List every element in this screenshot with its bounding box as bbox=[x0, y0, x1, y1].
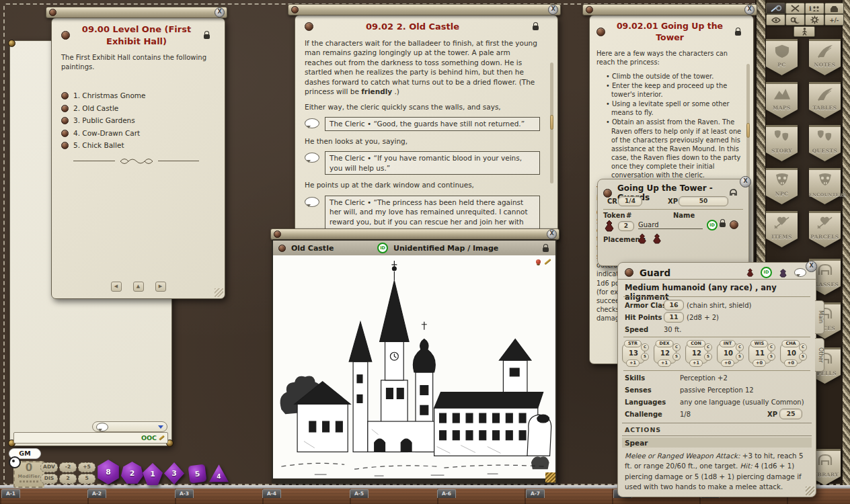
close-icon[interactable]: X bbox=[547, 229, 557, 239]
adv-button[interactable]: ADV bbox=[40, 462, 58, 472]
knob-icon[interactable] bbox=[305, 22, 313, 31]
knob-icon[interactable] bbox=[278, 245, 286, 252]
lock-icon[interactable] bbox=[203, 30, 211, 40]
hp-field[interactable]: 11 bbox=[664, 312, 684, 323]
knob-icon[interactable] bbox=[49, 9, 56, 16]
sidebar-item-story[interactable]: STORY bbox=[766, 125, 798, 161]
minus2-button[interactable]: -2 bbox=[59, 462, 77, 472]
story-link[interactable]: 1. Christmas Gnome bbox=[61, 91, 211, 100]
scrollbar[interactable] bbox=[746, 64, 750, 188]
chat-input[interactable]: OOC bbox=[13, 432, 168, 444]
knob-icon[interactable] bbox=[603, 189, 612, 198]
save-button[interactable]: S bbox=[672, 353, 681, 361]
placement-token-icon[interactable] bbox=[637, 233, 648, 244]
story2-titlebar[interactable]: X bbox=[288, 4, 561, 15]
knob-icon[interactable] bbox=[586, 6, 593, 13]
d6-die[interactable]: 5 bbox=[188, 464, 207, 484]
npc-window-guard[interactable]: X Guard ID Medium humanoid (any race) , … bbox=[617, 262, 816, 497]
guard-token-icon[interactable] bbox=[603, 220, 615, 232]
hotkey-slot[interactable]: A-4 bbox=[262, 489, 281, 498]
dis-button[interactable]: DIS bbox=[40, 474, 58, 484]
chat-channel-dropdown[interactable] bbox=[92, 421, 167, 432]
close-icon[interactable]: X bbox=[215, 7, 225, 17]
story-link[interactable]: 5. Chick Ballet bbox=[61, 140, 211, 150]
pin-tool-icon[interactable] bbox=[536, 259, 541, 264]
story3-titlebar[interactable]: X bbox=[582, 4, 757, 15]
d10-die[interactable]: 1 bbox=[143, 463, 163, 485]
lock-icon[interactable] bbox=[532, 22, 540, 32]
targeting-icon[interactable] bbox=[9, 456, 21, 468]
check-button[interactable]: C bbox=[672, 343, 681, 351]
cr-field[interactable]: 1/4 bbox=[618, 196, 642, 206]
vision-button[interactable] bbox=[766, 14, 785, 26]
combat-button[interactable] bbox=[785, 3, 805, 14]
sidebar-item-par cels[interactable]: PARCELS bbox=[809, 211, 841, 247]
xp-field[interactable]: 50 bbox=[679, 196, 728, 206]
plus5-button[interactable]: +5 bbox=[78, 462, 95, 472]
stat-dex[interactable]: DEX12+1 CS bbox=[654, 341, 681, 366]
save-button[interactable]: S bbox=[641, 353, 649, 361]
check-button[interactable]: C bbox=[641, 343, 649, 351]
image-header[interactable]: Old Castle ID Unidentified Map / Image bbox=[273, 241, 555, 255]
party-info-button[interactable]: i bbox=[805, 3, 824, 14]
ac-field[interactable]: 16 bbox=[664, 300, 684, 310]
image-canvas[interactable] bbox=[273, 255, 555, 478]
hotkey-slot[interactable]: A-5 bbox=[350, 489, 369, 498]
character-mode-button[interactable] bbox=[794, 26, 815, 37]
hotkey-slot[interactable]: A-7 bbox=[526, 489, 545, 498]
sidebar-item-pc[interactable]: PC bbox=[766, 39, 798, 75]
chat-bubble-icon[interactable] bbox=[794, 268, 806, 277]
story-link[interactable]: 4. Cow-Drawn Cart bbox=[61, 128, 211, 138]
sidebar-item-encounters[interactable]: ENCOUNTERS bbox=[809, 168, 841, 204]
lighting-button[interactable] bbox=[785, 14, 805, 26]
d12-die[interactable]: 2 bbox=[121, 462, 143, 485]
sidebar-item-npc[interactable]: NPC bbox=[766, 168, 798, 204]
pointer-mode-button[interactable] bbox=[766, 3, 785, 14]
sidebar-item-notes[interactable]: NOTES bbox=[809, 39, 841, 75]
tab-main[interactable]: Main bbox=[815, 300, 824, 334]
sidebar-item-tables[interactable]: TABLES bbox=[809, 82, 841, 118]
check-button[interactable]: C bbox=[767, 343, 775, 351]
settings-button[interactable] bbox=[805, 14, 824, 26]
resize-handle[interactable] bbox=[215, 288, 223, 297]
resize-handle[interactable] bbox=[545, 472, 555, 482]
modifiers-button[interactable]: +/- bbox=[824, 14, 844, 26]
knob-icon[interactable] bbox=[625, 268, 633, 277]
encounter-window[interactable]: X Going Up the Tower - Guards CR 1/4 XP … bbox=[597, 179, 749, 266]
id-badge[interactable]: ID bbox=[761, 267, 772, 278]
nav-next-button[interactable]: ▶ bbox=[155, 282, 166, 292]
hotkey-slot[interactable]: A-6 bbox=[437, 489, 456, 498]
knob-icon[interactable] bbox=[596, 28, 605, 36]
lock-icon[interactable] bbox=[542, 243, 550, 253]
sidebar-item-quests[interactable]: QUESTS bbox=[809, 125, 841, 161]
check-button[interactable]: C bbox=[736, 343, 744, 351]
token-mini-icon[interactable] bbox=[746, 268, 755, 277]
npc-count-field[interactable]: 2 bbox=[618, 221, 634, 231]
id-badge[interactable]: ID bbox=[707, 220, 718, 230]
placement-token-icon[interactable] bbox=[652, 233, 662, 244]
close-icon[interactable]: X bbox=[806, 261, 817, 272]
nav-up-button[interactable]: ▲ bbox=[133, 282, 144, 292]
resize-handle[interactable] bbox=[806, 487, 814, 495]
stat-int[interactable]: INT10+0 CS bbox=[717, 341, 744, 366]
close-icon[interactable]: X bbox=[744, 5, 755, 15]
stat-con[interactable]: CON12+1 CS bbox=[685, 341, 712, 366]
check-button[interactable]: C bbox=[799, 343, 807, 351]
story1-titlebar[interactable]: X bbox=[46, 7, 227, 18]
knob-icon[interactable] bbox=[730, 220, 738, 229]
sidebar-item-items[interactable]: ITEMS bbox=[766, 211, 798, 247]
d20-die[interactable]: 8 bbox=[96, 460, 120, 485]
image-titlebar[interactable]: X bbox=[270, 228, 559, 240]
close-icon[interactable]: X bbox=[548, 5, 558, 15]
save-button[interactable]: S bbox=[799, 353, 807, 361]
save-button[interactable]: S bbox=[767, 353, 775, 361]
lock-icon[interactable] bbox=[719, 218, 727, 228]
knob-icon[interactable] bbox=[274, 230, 281, 238]
save-button[interactable]: S bbox=[704, 353, 712, 361]
hotkey-slot[interactable]: A-3 bbox=[175, 489, 194, 498]
save-button[interactable]: S bbox=[736, 353, 744, 361]
stat-cha[interactable]: CHA10+0 CS bbox=[780, 341, 807, 366]
d8-die[interactable]: 3 bbox=[164, 462, 184, 485]
d4-die[interactable]: 4 bbox=[209, 464, 229, 483]
pouch-button[interactable] bbox=[824, 3, 844, 14]
